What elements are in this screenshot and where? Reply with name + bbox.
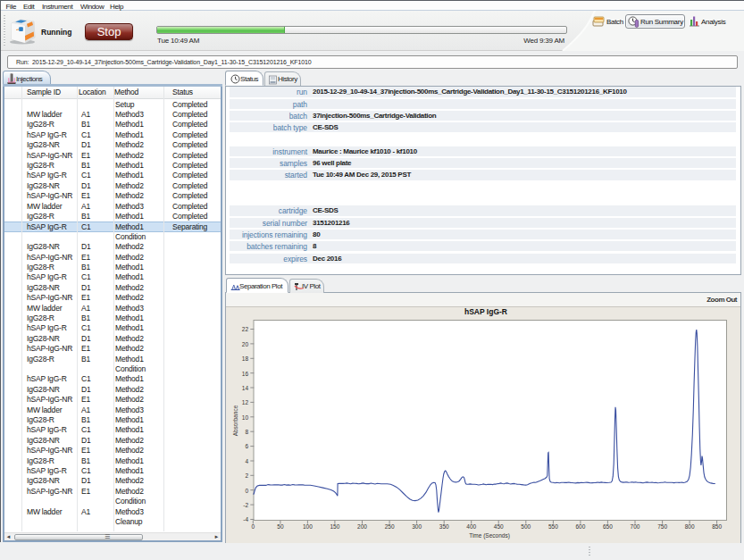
- svg-text:250: 250: [385, 523, 395, 530]
- svg-text:550: 550: [548, 523, 558, 530]
- svg-text:20: 20: [242, 341, 249, 347]
- svg-text:850: 850: [712, 523, 722, 530]
- svg-text:4: 4: [245, 458, 248, 464]
- svg-text:0: 0: [245, 488, 248, 494]
- svg-text:600: 600: [575, 523, 585, 530]
- svg-text:100: 100: [303, 523, 313, 530]
- svg-text:400: 400: [466, 523, 476, 530]
- svg-text:16: 16: [242, 371, 249, 377]
- svg-text:18: 18: [242, 355, 249, 362]
- svg-text:450: 450: [494, 523, 504, 530]
- svg-text:200: 200: [357, 523, 367, 530]
- svg-text:800: 800: [685, 523, 695, 530]
- svg-text:300: 300: [412, 523, 422, 530]
- svg-text:Absorbance: Absorbance: [232, 405, 238, 436]
- svg-text:-2: -2: [243, 502, 248, 508]
- svg-text:700: 700: [631, 523, 640, 530]
- svg-text:22: 22: [242, 326, 249, 332]
- svg-text:14: 14: [242, 385, 249, 391]
- svg-text:2: 2: [245, 472, 248, 479]
- svg-text:350: 350: [439, 523, 449, 530]
- svg-text:Time (Seconds): Time (Seconds): [469, 532, 510, 539]
- svg-text:-4: -4: [243, 516, 248, 522]
- svg-text:hSAP IgG-R: hSAP IgG-R: [464, 307, 507, 316]
- svg-text:650: 650: [603, 523, 613, 530]
- svg-text:12: 12: [242, 399, 249, 405]
- svg-text:50: 50: [277, 523, 284, 530]
- svg-text:10: 10: [242, 414, 249, 421]
- svg-text:6: 6: [245, 443, 248, 449]
- svg-text:150: 150: [330, 523, 339, 530]
- svg-text:750: 750: [657, 523, 667, 530]
- svg-text:8: 8: [245, 429, 248, 435]
- svg-text:500: 500: [521, 523, 531, 530]
- svg-text:0: 0: [251, 523, 255, 530]
